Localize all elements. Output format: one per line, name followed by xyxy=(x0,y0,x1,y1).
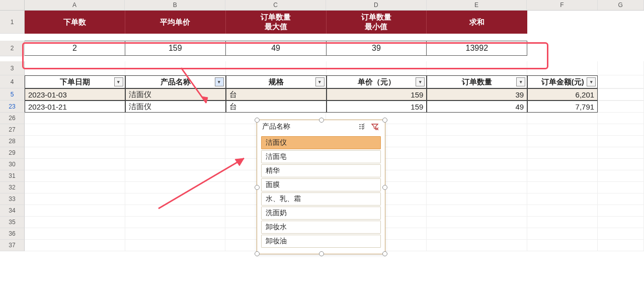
row-header[interactable]: 4 xyxy=(0,75,25,88)
empty-cell[interactable] xyxy=(327,61,427,75)
empty-cell[interactable] xyxy=(598,124,644,136)
slicer-item[interactable]: 洗面奶 xyxy=(261,207,381,220)
row-header[interactable]: 26 xyxy=(0,113,25,124)
row-header[interactable]: 37 xyxy=(0,240,25,251)
slicer-item[interactable]: 水、乳、霜 xyxy=(261,192,381,206)
row-header[interactable]: 28 xyxy=(0,136,25,147)
empty-cell[interactable] xyxy=(25,170,125,182)
table-header-amt[interactable]: 订单金额(元)▾ xyxy=(527,75,598,88)
multiselect-icon[interactable] xyxy=(358,122,368,131)
row-header[interactable]: 29 xyxy=(0,147,25,159)
row-header[interactable]: 23 xyxy=(0,100,25,113)
resize-handle-icon[interactable] xyxy=(319,118,324,123)
cell-qty[interactable]: 49 xyxy=(427,100,527,113)
row-header[interactable]: 36 xyxy=(0,228,25,240)
resize-handle-icon[interactable] xyxy=(382,251,387,256)
empty-cell[interactable] xyxy=(427,147,527,159)
row-header[interactable]: 34 xyxy=(0,205,25,217)
filter-button[interactable]: ▾ xyxy=(587,77,596,86)
cell-date[interactable]: 2023-01-21 xyxy=(25,100,125,113)
row-header[interactable]: 1 xyxy=(0,11,25,34)
row-header[interactable]: 35 xyxy=(0,217,25,228)
empty-cell[interactable] xyxy=(527,113,598,124)
table-header-spec[interactable]: 规格▾ xyxy=(226,75,327,88)
empty-cell[interactable] xyxy=(598,193,644,205)
empty-cell[interactable] xyxy=(527,61,598,75)
row-header[interactable]: 31 xyxy=(0,170,25,182)
summary-value-cell[interactable]: 13992 xyxy=(427,41,527,56)
empty-cell[interactable] xyxy=(527,217,598,228)
summary-header-cell[interactable]: 平均单价 xyxy=(125,11,226,34)
empty-cell[interactable] xyxy=(598,61,644,75)
empty-cell[interactable] xyxy=(25,240,125,251)
row-header[interactable]: 5 xyxy=(0,88,25,100)
empty-cell[interactable] xyxy=(25,159,125,170)
empty-cell[interactable] xyxy=(427,228,527,240)
col-header-G[interactable]: G xyxy=(598,0,644,10)
empty-cell[interactable] xyxy=(598,100,644,113)
empty-cell[interactable] xyxy=(25,124,125,136)
resize-handle-icon[interactable] xyxy=(319,251,324,256)
empty-cell[interactable] xyxy=(427,170,527,182)
empty-cell[interactable] xyxy=(125,228,226,240)
cell-amt[interactable]: 7,791 xyxy=(527,100,598,113)
empty-cell[interactable] xyxy=(25,217,125,228)
cell-price[interactable]: 159 xyxy=(327,100,427,113)
empty-cell[interactable] xyxy=(598,159,644,170)
empty-cell[interactable] xyxy=(427,205,527,217)
empty-cell[interactable] xyxy=(427,182,527,193)
empty-cell[interactable] xyxy=(598,217,644,228)
filter-button[interactable]: ▾ xyxy=(315,77,325,86)
select-all-corner[interactable] xyxy=(0,0,25,10)
empty-cell[interactable] xyxy=(598,11,644,34)
resize-handle-icon[interactable] xyxy=(255,118,260,123)
filter-button[interactable]: ▾ xyxy=(114,77,123,86)
empty-cell[interactable] xyxy=(527,124,598,136)
empty-cell[interactable] xyxy=(598,205,644,217)
empty-cell[interactable] xyxy=(527,147,598,159)
empty-cell[interactable] xyxy=(427,113,527,124)
empty-cell[interactable] xyxy=(598,75,644,88)
empty-cell[interactable] xyxy=(527,41,598,56)
clear-filter-icon[interactable] xyxy=(370,122,380,131)
empty-cell[interactable] xyxy=(427,136,527,147)
empty-cell[interactable] xyxy=(527,170,598,182)
empty-cell[interactable] xyxy=(25,147,125,159)
slicer-item[interactable]: 洁面仪 xyxy=(261,136,381,149)
table-header-date[interactable]: 下单日期▾ xyxy=(25,75,125,88)
empty-cell[interactable] xyxy=(598,113,644,124)
empty-cell[interactable] xyxy=(25,182,125,193)
col-header-E[interactable]: E xyxy=(427,0,527,10)
empty-cell[interactable] xyxy=(598,240,644,251)
empty-cell[interactable] xyxy=(427,217,527,228)
cell-amt[interactable]: 6,201 xyxy=(527,88,598,100)
slicer-item[interactable]: 面膜 xyxy=(261,178,381,191)
row-header[interactable]: 30 xyxy=(0,159,25,170)
table-header-price[interactable]: 单价（元）▾ xyxy=(327,75,427,88)
row-header[interactable]: 32 xyxy=(0,182,25,193)
empty-cell[interactable] xyxy=(125,240,226,251)
summary-header-cell[interactable]: 下单数 xyxy=(25,11,125,34)
empty-cell[interactable] xyxy=(527,136,598,147)
cell-spec[interactable]: 台 xyxy=(226,88,327,100)
empty-cell[interactable] xyxy=(527,159,598,170)
empty-cell[interactable] xyxy=(427,159,527,170)
summary-value-cell[interactable]: 159 xyxy=(125,41,226,56)
empty-cell[interactable] xyxy=(25,205,125,217)
row-header[interactable]: 27 xyxy=(0,124,25,136)
empty-cell[interactable] xyxy=(427,124,527,136)
empty-cell[interactable] xyxy=(427,61,527,75)
empty-cell[interactable] xyxy=(598,136,644,147)
empty-cell[interactable] xyxy=(427,193,527,205)
summary-header-cell[interactable]: 求和 xyxy=(427,11,527,34)
empty-cell[interactable] xyxy=(125,136,226,147)
empty-cell[interactable] xyxy=(427,240,527,251)
empty-cell[interactable] xyxy=(527,228,598,240)
col-header-D[interactable]: D xyxy=(326,0,427,10)
col-header-B[interactable]: B xyxy=(125,0,225,10)
empty-cell[interactable] xyxy=(598,147,644,159)
slicer-item[interactable]: 洁面皂 xyxy=(261,150,381,163)
summary-value-cell[interactable]: 2 xyxy=(25,41,125,56)
empty-cell[interactable] xyxy=(527,11,598,34)
empty-cell[interactable] xyxy=(598,228,644,240)
